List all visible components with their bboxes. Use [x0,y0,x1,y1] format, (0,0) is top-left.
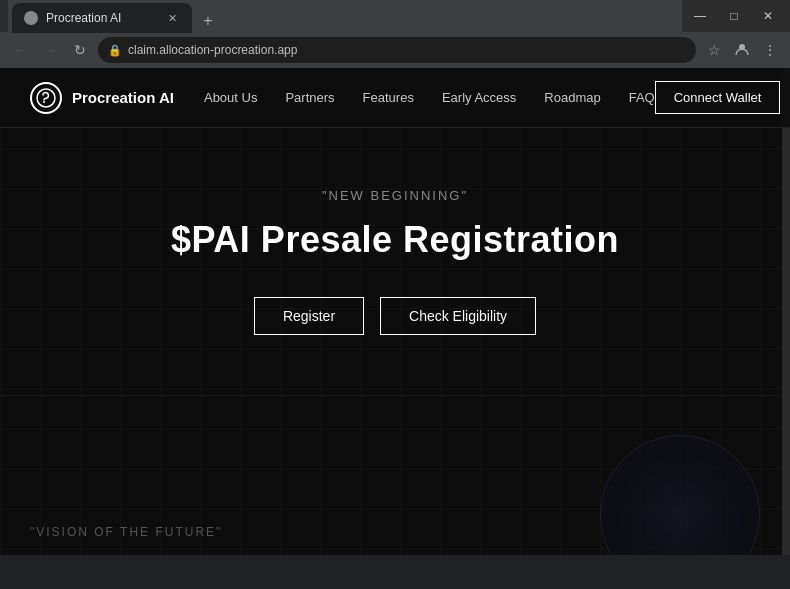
window-controls: — □ ✕ [686,7,782,25]
logo-icon [30,82,62,114]
bookmark-icon[interactable]: ☆ [702,38,726,62]
brand-name: Procreation AI [72,89,174,106]
nav-early-access[interactable]: Early Access [442,90,516,105]
tab-title: Procreation AI [46,11,156,25]
profile-icon[interactable] [730,38,754,62]
maximize-button[interactable]: □ [720,7,748,25]
hero-subtitle: "NEW BEGINNING" [322,188,468,203]
active-tab[interactable]: Procreation AI ✕ [12,3,192,33]
bottom-section: "VISION OF THE FUTURE" [0,395,790,555]
forward-button[interactable]: → [38,38,62,62]
svg-point-2 [43,101,45,103]
hero-section: "NEW BEGINNING" $PAI Presale Registratio… [0,128,790,375]
logo-area[interactable]: Procreation AI [30,82,174,114]
title-bar: Procreation AI ✕ + — □ ✕ [0,0,790,32]
navbar: Procreation AI About Us Partners Feature… [0,68,790,128]
check-eligibility-button[interactable]: Check Eligibility [380,297,536,335]
new-tab-button[interactable]: + [196,9,220,33]
tab-favicon [24,11,38,25]
nav-partners[interactable]: Partners [285,90,334,105]
tab-bar: Procreation AI ✕ + [8,0,682,33]
address-bar-row: ← → ↻ 🔒 claim.allocation-procreation.app… [0,32,790,68]
minimize-button[interactable]: — [686,7,714,25]
vision-text: "VISION OF THE FUTURE" [30,525,222,539]
circle-decoration [600,435,760,555]
connect-wallet-button[interactable]: Connect Wallet [655,81,781,114]
hero-buttons: Register Check Eligibility [254,297,536,335]
address-bar[interactable]: 🔒 claim.allocation-procreation.app [98,37,696,63]
nav-links: About Us Partners Features Early Access … [204,90,655,105]
lock-icon: 🔒 [108,44,122,57]
tab-close-button[interactable]: ✕ [164,10,180,26]
nav-features[interactable]: Features [363,90,414,105]
close-window-button[interactable]: ✕ [754,7,782,25]
website-content: Procreation AI About Us Partners Feature… [0,68,790,555]
nav-roadmap[interactable]: Roadmap [544,90,600,105]
refresh-button[interactable]: ↻ [68,38,92,62]
toolbar-icons: ☆ ⋮ [702,38,782,62]
back-button[interactable]: ← [8,38,32,62]
register-button[interactable]: Register [254,297,364,335]
address-text: claim.allocation-procreation.app [128,43,686,57]
hero-title: $PAI Presale Registration [171,219,619,261]
menu-icon[interactable]: ⋮ [758,38,782,62]
nav-faq[interactable]: FAQ [629,90,655,105]
nav-about[interactable]: About Us [204,90,257,105]
